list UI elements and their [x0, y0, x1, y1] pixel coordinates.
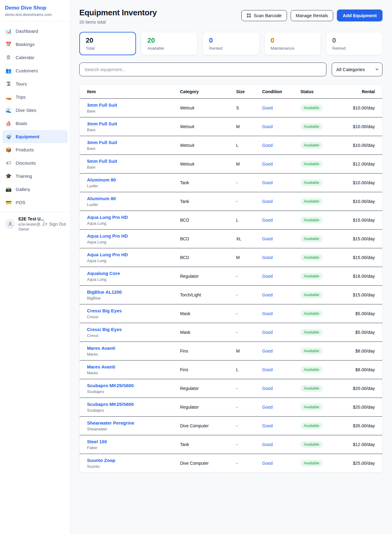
table-row[interactable]: Cressi Big EyesCressiMask-GoodAvailable$…: [80, 323, 382, 342]
table-row[interactable]: Aqua Lung Pro HDAqua LungBCDLGoodAvailab…: [80, 211, 382, 230]
sidebar-item-trips[interactable]: 🚤Trips: [2, 90, 68, 104]
sidebar-item-label: Bookings: [16, 42, 35, 47]
category-cell: Wetsuit: [180, 143, 236, 148]
item-name-link[interactable]: Mares Avanti: [87, 345, 180, 351]
size-cell: -: [236, 180, 262, 185]
table-row[interactable]: 3mm Full SuitBareWetsuitSGoodAvailable$1…: [80, 99, 382, 117]
sidebar-item-dashboard[interactable]: 📊Dashboard: [2, 25, 68, 38]
category-cell: BCD: [180, 255, 236, 260]
table-row[interactable]: Suunto ZoopSuuntoDive Computer-GoodAvail…: [80, 454, 382, 472]
table-row[interactable]: Mares AvantiMaresFinsMGoodAvailable$8.00…: [80, 342, 382, 360]
table-row[interactable]: Cressi Big EyesCressiMask-GoodAvailable$…: [80, 304, 382, 323]
stat-card-rented[interactable]: 0Rented: [202, 32, 259, 55]
table-row[interactable]: Scubapro MK25/S600ScubaproRegulator-Good…: [80, 398, 382, 417]
island-icon: 🏝: [6, 82, 12, 86]
add-equipment-button[interactable]: Add Equipment: [337, 10, 383, 21]
condition-cell: Good: [262, 386, 300, 391]
status-badge: Available: [300, 348, 323, 354]
item-name-link[interactable]: Aluminum 80: [87, 196, 180, 201]
status-badge: Available: [300, 273, 323, 280]
item-name-link[interactable]: 3mm Full Suit: [87, 140, 180, 145]
size-cell: L: [236, 367, 262, 372]
status-cell: Available: [300, 123, 349, 130]
rental-rate-cell: $5.00/day: [349, 330, 375, 335]
item-brand: Aqua Lung: [87, 240, 180, 244]
table-row[interactable]: Scubapro MK25/S600ScubaproRegulator-Good…: [80, 379, 382, 398]
item-brand: Scubapro: [87, 389, 180, 394]
scan-barcode-button[interactable]: Scan Barcode: [241, 10, 287, 21]
table-row[interactable]: Aluminum 80LuxferTank-GoodAvailable$10.0…: [80, 174, 382, 192]
table-row[interactable]: BigBlue AL1200BigBlueTorch/Light-GoodAva…: [80, 286, 382, 304]
brand-name[interactable]: Demo Dive Shop: [5, 5, 65, 11]
sidebar-item-gallery[interactable]: 📸Gallery: [2, 183, 68, 196]
sidebar-item-label: Dive Sites: [16, 108, 36, 113]
column-header-status: Status: [300, 89, 349, 94]
size-cell: -: [236, 292, 262, 297]
item-name-link[interactable]: Cressi Big Eyes: [87, 327, 180, 332]
stat-card-maintenance[interactable]: 0Maintenance: [264, 32, 321, 55]
item-name-link[interactable]: Steel 100: [87, 439, 180, 444]
table-row[interactable]: 3mm Full SuitBareWetsuitMGoodAvailable$1…: [80, 117, 382, 136]
category-cell: Regulator: [180, 405, 236, 410]
item-name-link[interactable]: Shearwater Peregrine: [87, 420, 180, 425]
rental-rate-cell: $10.00/day: [349, 199, 375, 204]
table-row[interactable]: Aluminum 80LuxferTank-GoodAvailable$10.0…: [80, 192, 382, 211]
category-filter-select[interactable]: All Categories: [332, 63, 383, 76]
item-name-link[interactable]: Mares Avanti: [87, 364, 180, 369]
item-cell: 3mm Full SuitBare: [87, 140, 180, 151]
rental-rate-cell: $12.00/day: [349, 442, 375, 447]
table-row[interactable]: Aqua Lung Pro HDAqua LungBCDXLGoodAvaila…: [80, 230, 382, 248]
stat-card-total[interactable]: 20Total: [79, 32, 136, 55]
category-cell: BCD: [180, 218, 236, 223]
item-name-link[interactable]: Cressi Big Eyes: [87, 308, 180, 313]
item-name-link[interactable]: 3mm Full Suit: [87, 102, 180, 108]
item-cell: Shearwater PeregrineShearwater: [87, 420, 180, 431]
table-row[interactable]: Aqualung CoreAqua LungRegulator-GoodAvai…: [80, 267, 382, 286]
sidebar-item-equipment[interactable]: 🤿Equipment: [2, 130, 68, 143]
item-name-link[interactable]: 5mm Full Suit: [87, 158, 180, 164]
item-name-link[interactable]: Aluminum 80: [87, 177, 180, 182]
table-row[interactable]: 3mm Full SuitBareWetsuitLGoodAvailable$1…: [80, 136, 382, 155]
table-header-row: ItemCategorySizeConditionStatusRental: [80, 85, 382, 99]
sidebar-item-label: Customers: [16, 68, 38, 73]
sign-out-button[interactable]: Sign Out: [43, 222, 66, 227]
table-row[interactable]: Aqua Lung Pro HDAqua LungBCDMGoodAvailab…: [80, 248, 382, 267]
sidebar-item-calendar[interactable]: 🗓Calendar: [2, 51, 68, 64]
item-brand: Shearwater: [87, 427, 180, 431]
item-name-link[interactable]: Aqua Lung Pro HD: [87, 252, 180, 257]
item-name-link[interactable]: 3mm Full Suit: [87, 121, 180, 126]
status-cell: Available: [300, 142, 349, 149]
item-name-link[interactable]: Scubapro MK25/S600: [87, 402, 180, 407]
category-cell: Regulator: [180, 386, 236, 391]
item-brand: Luxfer: [87, 184, 180, 188]
item-name-link[interactable]: Aqualung Core: [87, 271, 180, 276]
rental-rate-cell: $25.00/day: [349, 461, 375, 466]
sidebar-item-products[interactable]: 📦Products: [2, 143, 68, 156]
sidebar-item-training[interactable]: 🎓Training: [2, 170, 68, 183]
sidebar-item-tours[interactable]: 🏝Tours: [2, 77, 68, 90]
item-name-link[interactable]: Scubapro MK25/S600: [87, 383, 180, 388]
item-name-link[interactable]: Suunto Zoop: [87, 458, 180, 463]
sidebar-item-discounts[interactable]: 🏷Discounts: [2, 156, 68, 170]
status-cell: Available: [300, 385, 349, 392]
search-input[interactable]: [79, 63, 326, 76]
rental-rate-cell: $10.00/day: [349, 143, 375, 148]
status-badge: Available: [300, 179, 323, 186]
sidebar-item-pos[interactable]: 💳POS: [2, 196, 68, 209]
table-row[interactable]: 5mm Full SuitBareWetsuitMGoodAvailable$1…: [80, 155, 382, 174]
stat-card-available[interactable]: 20Available: [141, 32, 198, 55]
sidebar-item-boats[interactable]: ⛵Boats: [2, 117, 68, 130]
manage-rentals-button[interactable]: Manage Rentals: [291, 10, 334, 21]
sidebar-item-bookings[interactable]: 📅Bookings: [2, 38, 68, 51]
page-header: Equipment Inventory 20 items total Scan …: [79, 8, 383, 25]
category-cell: Tank: [180, 442, 236, 447]
table-row[interactable]: Mares AvantiMaresFinsLGoodAvailable$8.00…: [80, 360, 382, 379]
item-name-link[interactable]: BigBlue AL1200: [87, 289, 180, 295]
sidebar-item-dive-sites[interactable]: 🌊Dive Sites: [2, 104, 68, 117]
item-name-link[interactable]: Aqua Lung Pro HD: [87, 215, 180, 220]
table-row[interactable]: Shearwater PeregrineShearwaterDive Compu…: [80, 417, 382, 435]
sidebar-item-customers[interactable]: 👥Customers: [2, 64, 68, 77]
stat-card-retired[interactable]: 0Retired: [326, 32, 383, 55]
item-name-link[interactable]: Aqua Lung Pro HD: [87, 233, 180, 238]
table-row[interactable]: Steel 100FaberTank-GoodAvailable$12.00/d…: [80, 435, 382, 454]
